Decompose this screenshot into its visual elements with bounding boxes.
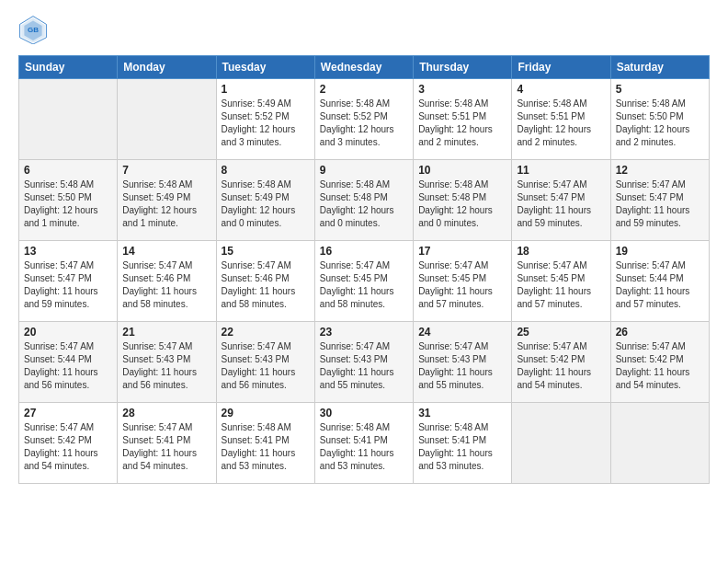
day-number: 14: [122, 245, 210, 258]
week-row-2: 6Sunrise: 5:48 AM Sunset: 5:50 PM Daylig…: [19, 160, 710, 241]
day-number: 11: [517, 164, 605, 177]
day-cell: 14Sunrise: 5:47 AM Sunset: 5:46 PM Dayli…: [118, 241, 216, 322]
day-info: Sunrise: 5:48 AM Sunset: 5:41 PM Dayligh…: [320, 421, 408, 473]
day-cell: 3Sunrise: 5:48 AM Sunset: 5:51 PM Daylig…: [414, 79, 512, 160]
col-header-monday: Monday: [118, 56, 216, 79]
day-number: 17: [418, 245, 506, 258]
col-header-wednesday: Wednesday: [314, 56, 413, 79]
day-cell: 19Sunrise: 5:47 AM Sunset: 5:44 PM Dayli…: [610, 241, 709, 322]
day-number: 29: [222, 407, 310, 419]
day-cell: 29Sunrise: 5:48 AM Sunset: 5:41 PM Dayli…: [216, 403, 314, 484]
day-info: Sunrise: 5:48 AM Sunset: 5:50 PM Dayligh…: [24, 178, 112, 230]
day-number: 10: [418, 164, 506, 177]
col-header-tuesday: Tuesday: [216, 56, 314, 79]
day-number: 16: [320, 245, 408, 258]
logo: GB: [18, 15, 50, 44]
day-info: Sunrise: 5:47 AM Sunset: 5:42 PM Dayligh…: [24, 421, 112, 473]
day-number: 12: [616, 164, 704, 177]
day-cell: 27Sunrise: 5:47 AM Sunset: 5:42 PM Dayli…: [19, 403, 118, 484]
day-number: 30: [320, 407, 408, 419]
day-info: Sunrise: 5:47 AM Sunset: 5:46 PM Dayligh…: [122, 259, 210, 311]
day-info: Sunrise: 5:47 AM Sunset: 5:43 PM Dayligh…: [222, 340, 310, 392]
day-number: 28: [122, 407, 210, 419]
col-header-saturday: Saturday: [610, 56, 709, 79]
day-info: Sunrise: 5:47 AM Sunset: 5:45 PM Dayligh…: [517, 259, 605, 311]
week-row-4: 20Sunrise: 5:47 AM Sunset: 5:44 PM Dayli…: [19, 322, 710, 403]
day-info: Sunrise: 5:48 AM Sunset: 5:49 PM Dayligh…: [122, 178, 210, 230]
day-cell: 7Sunrise: 5:48 AM Sunset: 5:49 PM Daylig…: [118, 160, 216, 241]
day-number: 23: [320, 326, 408, 339]
day-cell: 13Sunrise: 5:47 AM Sunset: 5:47 PM Dayli…: [19, 241, 118, 322]
day-info: Sunrise: 5:48 AM Sunset: 5:52 PM Dayligh…: [320, 98, 408, 149]
day-info: Sunrise: 5:47 AM Sunset: 5:43 PM Dayligh…: [418, 340, 506, 392]
header-row: SundayMondayTuesdayWednesdayThursdayFrid…: [19, 56, 710, 79]
day-number: 24: [418, 326, 506, 339]
day-number: 3: [418, 83, 506, 96]
day-cell: 9Sunrise: 5:48 AM Sunset: 5:48 PM Daylig…: [314, 160, 413, 241]
day-number: 5: [616, 83, 704, 96]
day-info: Sunrise: 5:48 AM Sunset: 5:51 PM Dayligh…: [418, 98, 506, 149]
day-cell: 11Sunrise: 5:47 AM Sunset: 5:47 PM Dayli…: [512, 160, 610, 241]
day-cell: [610, 403, 709, 484]
day-info: Sunrise: 5:47 AM Sunset: 5:43 PM Dayligh…: [122, 340, 210, 392]
day-info: Sunrise: 5:47 AM Sunset: 5:41 PM Dayligh…: [122, 421, 210, 473]
day-info: Sunrise: 5:47 AM Sunset: 5:44 PM Dayligh…: [24, 340, 112, 392]
day-cell: 26Sunrise: 5:47 AM Sunset: 5:42 PM Dayli…: [610, 322, 709, 403]
day-info: Sunrise: 5:48 AM Sunset: 5:51 PM Dayligh…: [517, 98, 605, 149]
day-info: Sunrise: 5:47 AM Sunset: 5:44 PM Dayligh…: [616, 259, 704, 311]
week-row-5: 27Sunrise: 5:47 AM Sunset: 5:42 PM Dayli…: [19, 403, 710, 484]
calendar-table: SundayMondayTuesdayWednesdayThursdayFrid…: [18, 55, 710, 484]
logo-icon: GB: [18, 15, 48, 44]
day-info: Sunrise: 5:47 AM Sunset: 5:43 PM Dayligh…: [320, 340, 408, 392]
day-cell: 20Sunrise: 5:47 AM Sunset: 5:44 PM Dayli…: [19, 322, 118, 403]
day-cell: 15Sunrise: 5:47 AM Sunset: 5:46 PM Dayli…: [216, 241, 314, 322]
day-cell: [118, 79, 216, 160]
day-number: 1: [222, 83, 310, 96]
day-number: 27: [24, 407, 112, 419]
day-cell: 18Sunrise: 5:47 AM Sunset: 5:45 PM Dayli…: [512, 241, 610, 322]
day-info: Sunrise: 5:47 AM Sunset: 5:47 PM Dayligh…: [616, 178, 704, 230]
day-info: Sunrise: 5:47 AM Sunset: 5:47 PM Dayligh…: [517, 178, 605, 230]
day-info: Sunrise: 5:47 AM Sunset: 5:42 PM Dayligh…: [517, 340, 605, 392]
col-header-friday: Friday: [512, 56, 610, 79]
day-info: Sunrise: 5:47 AM Sunset: 5:45 PM Dayligh…: [418, 259, 506, 311]
day-cell: 21Sunrise: 5:47 AM Sunset: 5:43 PM Dayli…: [118, 322, 216, 403]
day-cell: [19, 79, 118, 160]
day-cell: 31Sunrise: 5:48 AM Sunset: 5:41 PM Dayli…: [414, 403, 512, 484]
day-number: 31: [418, 407, 506, 419]
day-cell: 6Sunrise: 5:48 AM Sunset: 5:50 PM Daylig…: [19, 160, 118, 241]
day-number: 26: [616, 326, 704, 339]
day-number: 21: [122, 326, 210, 339]
day-number: 18: [517, 245, 605, 258]
day-cell: 23Sunrise: 5:47 AM Sunset: 5:43 PM Dayli…: [314, 322, 413, 403]
week-row-1: 1Sunrise: 5:49 AM Sunset: 5:52 PM Daylig…: [19, 79, 710, 160]
day-number: 8: [222, 164, 310, 177]
col-header-thursday: Thursday: [414, 56, 512, 79]
day-cell: [512, 403, 610, 484]
col-header-sunday: Sunday: [19, 56, 118, 79]
day-number: 13: [24, 245, 112, 258]
day-info: Sunrise: 5:47 AM Sunset: 5:45 PM Dayligh…: [320, 259, 408, 311]
page: GB SundayMondayTuesdayWednesdayThursdayF…: [0, 0, 728, 563]
day-number: 19: [616, 245, 704, 258]
day-cell: 8Sunrise: 5:48 AM Sunset: 5:49 PM Daylig…: [216, 160, 314, 241]
day-number: 7: [122, 164, 210, 177]
day-cell: 30Sunrise: 5:48 AM Sunset: 5:41 PM Dayli…: [314, 403, 413, 484]
day-info: Sunrise: 5:47 AM Sunset: 5:42 PM Dayligh…: [616, 340, 704, 392]
day-number: 6: [24, 164, 112, 177]
day-number: 22: [222, 326, 310, 339]
day-cell: 5Sunrise: 5:48 AM Sunset: 5:50 PM Daylig…: [610, 79, 709, 160]
day-info: Sunrise: 5:48 AM Sunset: 5:49 PM Dayligh…: [222, 178, 310, 230]
week-row-3: 13Sunrise: 5:47 AM Sunset: 5:47 PM Dayli…: [19, 241, 710, 322]
day-number: 4: [517, 83, 605, 96]
day-cell: 24Sunrise: 5:47 AM Sunset: 5:43 PM Dayli…: [414, 322, 512, 403]
day-info: Sunrise: 5:48 AM Sunset: 5:48 PM Dayligh…: [320, 178, 408, 230]
day-cell: 10Sunrise: 5:48 AM Sunset: 5:48 PM Dayli…: [414, 160, 512, 241]
day-cell: 1Sunrise: 5:49 AM Sunset: 5:52 PM Daylig…: [216, 79, 314, 160]
day-cell: 4Sunrise: 5:48 AM Sunset: 5:51 PM Daylig…: [512, 79, 610, 160]
svg-text:GB: GB: [28, 26, 39, 34]
day-info: Sunrise: 5:48 AM Sunset: 5:50 PM Dayligh…: [616, 98, 704, 149]
day-cell: 22Sunrise: 5:47 AM Sunset: 5:43 PM Dayli…: [216, 322, 314, 403]
day-info: Sunrise: 5:48 AM Sunset: 5:41 PM Dayligh…: [222, 421, 310, 473]
day-info: Sunrise: 5:47 AM Sunset: 5:46 PM Dayligh…: [222, 259, 310, 311]
